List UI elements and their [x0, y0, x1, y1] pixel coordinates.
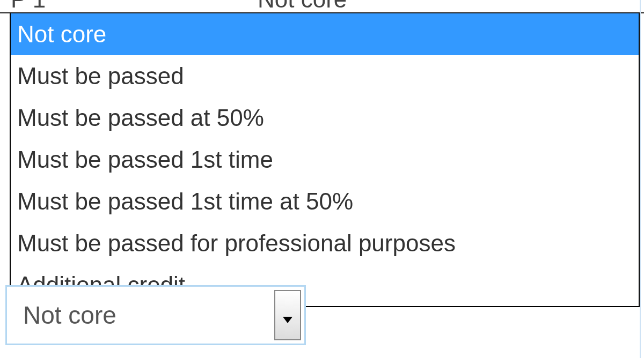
svg-marker-0: [283, 317, 292, 323]
dropdown-option-must-be-passed-50[interactable]: Must be passed at 50%: [11, 97, 639, 139]
background-left-fragment: P 1: [11, 0, 46, 12]
background-right-fragment: Not core: [258, 0, 347, 11]
dropdown-open-list[interactable]: Not core Must be passed Must be passed a…: [10, 13, 640, 307]
background-row-partial: P 1 Not core: [0, 0, 644, 13]
dropdown-option-professional-purposes[interactable]: Must be passed for professional purposes: [11, 222, 639, 264]
combobox-dropdown-button[interactable]: [274, 290, 301, 340]
combobox-selected-value: Not core: [7, 287, 271, 344]
dropdown-option-must-be-passed[interactable]: Must be passed: [11, 55, 639, 97]
chevron-down-icon: [283, 302, 292, 329]
core-status-combobox[interactable]: Not core: [5, 285, 306, 345]
screenshot-region: P 1 Not core Not core Must be passed Mus…: [0, 0, 644, 358]
dropdown-option-must-be-passed-1st[interactable]: Must be passed 1st time: [11, 139, 639, 181]
right-edge-border: [640, 0, 644, 358]
dropdown-option-must-be-passed-1st-50[interactable]: Must be passed 1st time at 50%: [11, 181, 639, 222]
dropdown-option-not-core[interactable]: Not core: [11, 13, 639, 55]
